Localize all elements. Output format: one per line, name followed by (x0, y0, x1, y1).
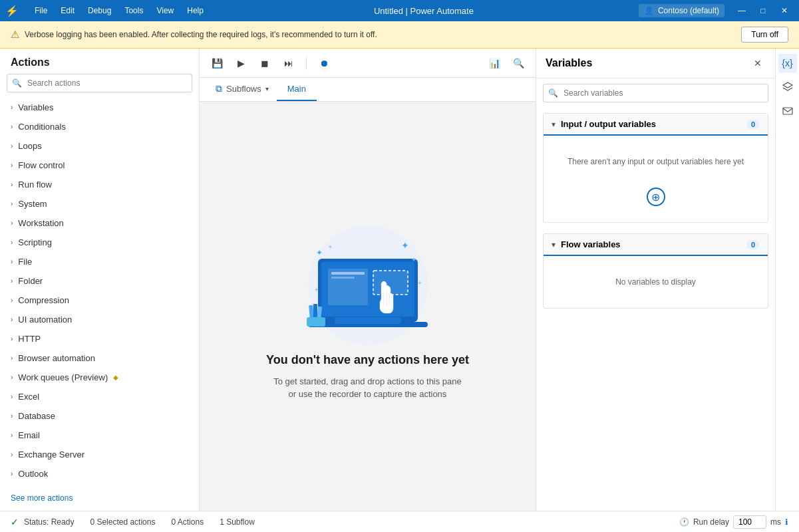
actions-count: 0 Actions (171, 517, 204, 527)
account-selector[interactable]: 👤 Contoso (default) (639, 4, 724, 17)
action-item-excel[interactable]: › Excel (0, 387, 199, 406)
email-icon[interactable] (778, 102, 797, 120)
chevron-icon: › (11, 335, 13, 342)
action-item-flow-control[interactable]: › Flow control (0, 156, 199, 175)
selected-actions-count: 0 Selected actions (90, 517, 155, 527)
chevron-icon: › (11, 432, 13, 439)
action-item-compression[interactable]: › Compression (0, 291, 199, 310)
chevron-icon: › (11, 239, 13, 246)
action-item-browser-automation[interactable]: › Browser automation (0, 348, 199, 368)
action-label: UI automation (18, 315, 72, 325)
close-button[interactable]: ✕ (775, 1, 794, 20)
action-label: Run flow (18, 180, 52, 190)
action-item-email[interactable]: › Email (0, 426, 199, 445)
variables-close-button[interactable]: ✕ (750, 55, 766, 71)
clock-icon: 🕐 (679, 517, 689, 527)
variables-search-input[interactable] (543, 84, 768, 102)
see-more-link[interactable]: See more actions (11, 493, 73, 503)
titlebar-right: 👤 Contoso (default) — □ ✕ (639, 1, 794, 20)
chevron-icon: › (11, 354, 13, 362)
warning-icon: ⚠ (11, 29, 19, 41)
tab-main[interactable]: Main (277, 78, 317, 101)
input-output-section-header[interactable]: ▾ Input / output variables 0 (544, 114, 768, 136)
menu-view[interactable]: View (151, 3, 179, 18)
action-item-variables[interactable]: › Variables (0, 98, 199, 117)
chevron-icon: › (11, 181, 13, 188)
variables-panel-toggle[interactable]: {x} (778, 54, 797, 72)
account-icon: 👤 (644, 6, 654, 15)
action-item-workstation[interactable]: › Workstation (0, 213, 199, 233)
action-item-run-flow[interactable]: › Run flow (0, 175, 199, 194)
right-icons-panel: {x} (775, 49, 799, 511)
menu-debug[interactable]: Debug (82, 3, 116, 18)
turn-off-button[interactable]: Turn off (741, 27, 788, 43)
action-label: File (18, 257, 32, 267)
maximize-button[interactable]: □ (754, 1, 772, 20)
chevron-icon: › (11, 470, 13, 477)
action-label: Scripting (18, 237, 52, 247)
flow-variables-empty-text: No variables to display (544, 261, 768, 303)
action-item-exchange-server[interactable]: › Exchange Server (0, 445, 199, 464)
action-item-conditionals[interactable]: › Conditionals (0, 117, 199, 136)
subflows-dropdown-icon: ▾ (265, 85, 269, 92)
action-item-outlook[interactable]: › Outlook (0, 464, 199, 483)
action-item-work-queues[interactable]: › Work queues (Preview) ◆ (0, 368, 199, 387)
chevron-icon: › (11, 162, 13, 169)
layers-icon[interactable] (778, 78, 797, 96)
minimize-button[interactable]: — (732, 1, 751, 20)
warning-text: Verbose logging has been enabled. After … (25, 30, 377, 39)
save-button[interactable]: 💾 (208, 54, 226, 72)
input-output-section-body: There aren't any input or output variabl… (544, 136, 768, 222)
flow-chart-button[interactable]: 📊 (485, 54, 504, 72)
status-ready-icon: ✓ (11, 517, 19, 527)
window-controls: — □ ✕ (732, 1, 794, 20)
empty-illustration: ✦ ✦ ✦ ✦ + + (288, 212, 448, 345)
stop-button[interactable]: ◼ (255, 54, 274, 72)
svg-rect-4 (331, 272, 365, 275)
action-label: Folder (18, 276, 43, 286)
search-canvas-button[interactable]: 🔍 (509, 54, 528, 72)
flow-variables-section-body: No variables to display (544, 256, 768, 308)
action-item-loops[interactable]: › Loops (0, 136, 199, 156)
tab-subflows[interactable]: ⧉ Subflows ▾ (208, 78, 277, 101)
chevron-icon: › (11, 297, 13, 304)
run-delay-label: Run delay (693, 517, 729, 527)
tab-subflows-label: Subflows (226, 84, 261, 94)
action-item-scripting[interactable]: › Scripting (0, 233, 199, 252)
info-icon[interactable]: ℹ (785, 517, 788, 527)
actions-search-input[interactable] (7, 74, 192, 92)
record-button[interactable]: ⏺ (315, 54, 333, 72)
run-button[interactable]: ▶ (232, 54, 250, 72)
action-item-file[interactable]: › File (0, 252, 199, 271)
action-item-http[interactable]: › HTTP (0, 329, 199, 348)
action-label: Flow control (18, 160, 65, 170)
premium-icon: ◆ (113, 374, 118, 381)
variables-panel: Variables ✕ 🔍 ▾ Input / output variables… (536, 49, 775, 511)
canvas-tabs: ⧉ Subflows ▾ Main (200, 78, 536, 102)
action-item-ui-automation[interactable]: › UI automation (0, 310, 199, 329)
step-button[interactable]: ⏭ (279, 54, 298, 72)
menu-help[interactable]: Help (182, 3, 209, 18)
run-delay-input[interactable] (733, 515, 766, 529)
window-title: Untitled | Power Automate (374, 6, 474, 16)
action-item-system[interactable]: › System (0, 194, 199, 213)
action-item-folder[interactable]: › Folder (0, 271, 199, 291)
tab-main-label: Main (287, 84, 306, 94)
flow-variables-section: ▾ Flow variables 0 No variables to displ… (543, 233, 768, 309)
section-collapse-icon: ▾ (552, 120, 556, 129)
titlebar: ⚡ File Edit Debug Tools View Help Untitl… (0, 0, 799, 21)
canvas-content: ✦ ✦ ✦ ✦ + + You don't have any act (200, 102, 536, 511)
menu-file[interactable]: File (29, 3, 53, 18)
input-output-count-badge: 0 (746, 120, 760, 129)
variables-panel-title: Variables (546, 57, 592, 69)
section-collapse-icon: ▾ (552, 240, 556, 249)
actions-search-icon: 🔍 (12, 78, 22, 88)
action-label: HTTP (18, 334, 41, 344)
add-input-output-variable-button[interactable]: ⊕ (647, 188, 665, 206)
menu-tools[interactable]: Tools (119, 3, 148, 18)
action-label: Exchange Server (18, 450, 84, 460)
chevron-icon: › (11, 123, 13, 130)
action-item-database[interactable]: › Database (0, 406, 199, 426)
menu-edit[interactable]: Edit (55, 3, 80, 18)
flow-variables-section-header[interactable]: ▾ Flow variables 0 (544, 234, 768, 256)
